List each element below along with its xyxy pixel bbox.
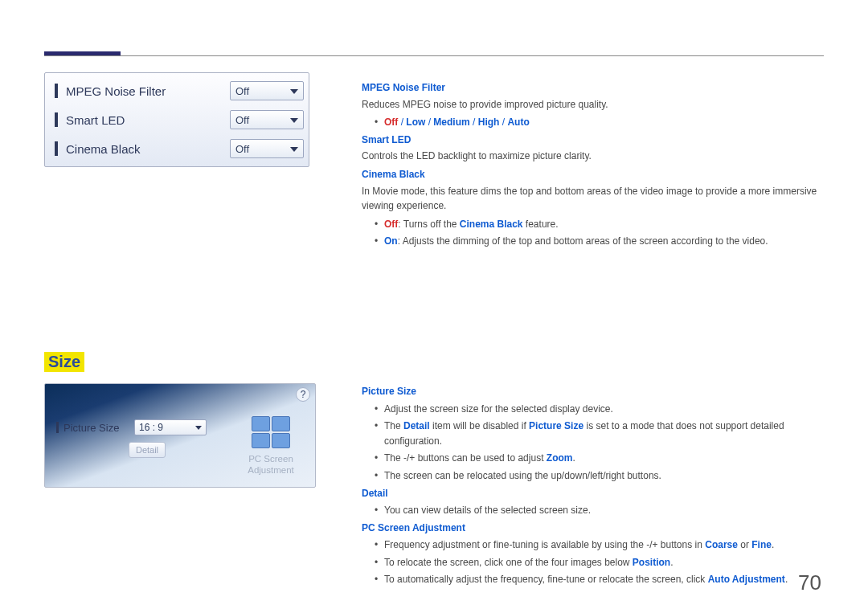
text: : Turns off the [398, 219, 460, 230]
position-ref: Position [633, 557, 670, 568]
cinema-black-ref: Cinema Black [460, 219, 523, 230]
setting-label: Picture Size [63, 422, 129, 434]
opt-off: Off [384, 116, 398, 128]
text: The [384, 420, 403, 431]
left-column: MPEG Noise Filter Off Smart LED Off Cine… [44, 72, 330, 488]
quad-tr [272, 416, 290, 431]
picture-size-dropdown[interactable]: 16 : 9 [134, 419, 207, 435]
picsize-b4: The screen can be relocated using the up… [375, 468, 821, 484]
help-icon[interactable]: ? [296, 387, 310, 402]
header-rule [44, 55, 824, 56]
fine-ref: Fine [751, 539, 772, 550]
detail-title: Detail [362, 486, 821, 501]
pcadj-b2: To relocate the screen, click one of the… [375, 555, 821, 570]
quad-bl [252, 433, 270, 448]
right-column: MPEG Noise Filter Reduces MPEG noise to … [362, 80, 821, 590]
picture-size-title: Picture Size [362, 384, 821, 399]
mpeg-desc: Reduces MPEG noise to provide improved p… [362, 97, 821, 112]
position-quad-icon[interactable] [252, 416, 290, 448]
row-cinema-black: Cinema Black Off [50, 134, 304, 163]
text: To automatically adjust the frequency, f… [384, 574, 708, 585]
row-marker [55, 112, 58, 127]
smart-led-title: Smart LED [362, 133, 821, 148]
row-picture-size: Picture Size 16 : 9 [53, 416, 227, 439]
pc-label-line2: Adjustment [248, 465, 294, 475]
text: . [670, 557, 673, 568]
sep: / [398, 116, 406, 128]
picsize-b1: Adjust the screen size for the selected … [375, 402, 821, 417]
page-number: 70 [798, 570, 821, 595]
text: To relocate the screen, click one of the… [384, 557, 633, 568]
setting-label: Smart LED [66, 113, 225, 127]
pc-screen-adjustment-title: PC Screen Adjustment [362, 521, 821, 536]
settings-panel-2: ? Picture Size 16 : 9 Detail PC Scre [44, 383, 316, 488]
zoom-ref: Zoom [547, 452, 573, 464]
text: : Adjusts the dimming of the top and bot… [398, 235, 768, 247]
mpeg-options-line: Off / Low / Medium / High / Auto [375, 115, 821, 130]
opt-low: Low [406, 116, 425, 128]
mpeg-title: MPEG Noise Filter [362, 80, 821, 96]
text: or [738, 539, 751, 550]
row-mpeg-noise-filter: MPEG Noise Filter Off [50, 76, 304, 105]
smart-led-dropdown[interactable]: Off [230, 110, 304, 129]
text: . [572, 452, 575, 464]
mpeg-noise-filter-dropdown[interactable]: Off [230, 81, 304, 100]
cinema-on-line: On: Adjusts the dimming of the top and b… [375, 234, 821, 249]
coarse-ref: Coarse [705, 539, 738, 550]
dropdown-value: Off [235, 85, 249, 97]
size-heading: Size [44, 352, 84, 372]
sep: / [499, 116, 507, 128]
picsize-b3: The -/+ buttons can be used to adjust Zo… [375, 451, 821, 466]
row-marker [55, 141, 58, 156]
dropdown-value: Off [235, 143, 249, 155]
opt-medium: Medium [433, 116, 469, 128]
row-smart-led: Smart LED Off [50, 105, 304, 134]
pcadj-b3: To automatically adjust the frequency, f… [375, 572, 821, 587]
cinema-black-title: Cinema Black [362, 167, 821, 182]
setting-label: MPEG Noise Filter [66, 84, 225, 98]
smart-led-desc: Controls the LED backlight to maximize p… [362, 149, 821, 164]
sep: / [470, 116, 478, 128]
text: item will be disabled if [430, 420, 529, 431]
opt-off: Off [384, 219, 398, 230]
opt-high: High [478, 116, 500, 128]
text: Frequency adjustment or fine-tuning is a… [384, 539, 705, 550]
cinema-black-desc: In Movie mode, this feature dims the top… [362, 184, 821, 214]
panel2-body: Picture Size 16 : 9 Detail PC Screen Adj… [53, 416, 307, 480]
panel2-right: PC Screen Adjustment [235, 416, 307, 480]
picsize-b2: The Detail item will be disabled if Pict… [375, 419, 821, 448]
cinema-black-dropdown[interactable]: Off [230, 139, 304, 158]
row-marker [55, 84, 58, 98]
section-size: Picture Size Adjust the screen size for … [362, 384, 821, 587]
text: The -/+ buttons can be used to adjust [384, 452, 547, 464]
row-marker [56, 422, 59, 433]
text: . [785, 574, 788, 585]
dropdown-value: Off [235, 114, 249, 126]
text: . [772, 539, 774, 550]
text: feature. [523, 219, 559, 230]
sep: / [425, 116, 433, 128]
panel2-left: Picture Size 16 : 9 Detail [53, 416, 227, 480]
dropdown-value: 16 : 9 [139, 422, 163, 433]
pc-screen-adjustment-label: PC Screen Adjustment [235, 453, 307, 476]
setting-label: Cinema Black [66, 142, 225, 156]
settings-panel-1: MPEG Noise Filter Off Smart LED Off Cine… [44, 72, 309, 167]
picture-size-ref: Picture Size [529, 420, 583, 431]
opt-auto: Auto [507, 116, 529, 128]
detail-button[interactable]: Detail [129, 442, 166, 458]
pc-label-line1: PC Screen [248, 454, 293, 464]
detail-ref: Detail [403, 420, 430, 431]
pcadj-b1: Frequency adjustment or fine-tuning is a… [375, 537, 821, 553]
cinema-off-line: Off: Turns off the Cinema Black feature. [375, 217, 821, 232]
detail-b1: You can view details of the selected scr… [375, 503, 821, 518]
opt-on: On [384, 235, 398, 247]
auto-adjustment-ref: Auto Adjustment [708, 574, 785, 585]
section-mpeg: MPEG Noise Filter Reduces MPEG noise to … [362, 80, 821, 249]
quad-br [272, 433, 290, 448]
quad-tl [252, 416, 270, 431]
